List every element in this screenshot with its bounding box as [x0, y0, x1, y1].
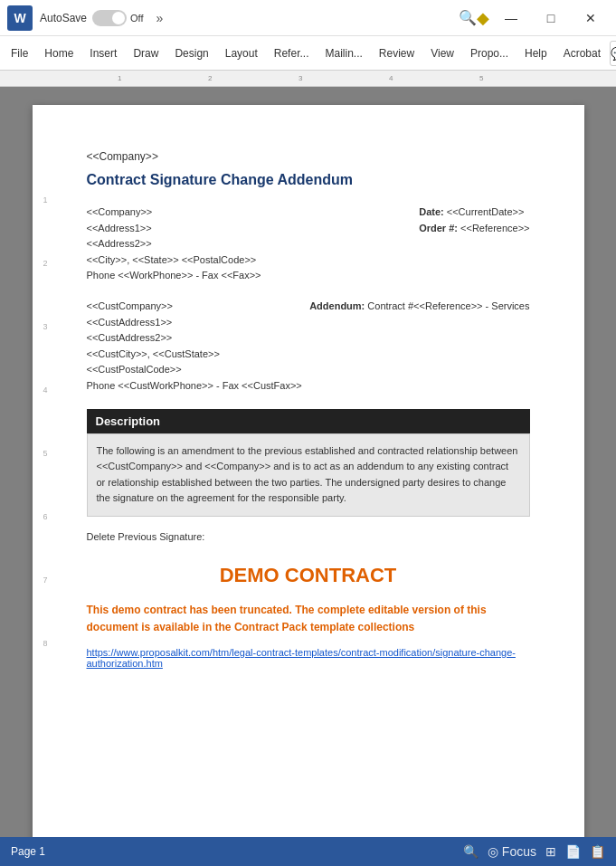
margin-num: 3 [43, 322, 45, 331]
addr-phone-fax: Phone <<WorkPhone>> - Fax <<Fax>> [87, 268, 261, 284]
margin-num: 4 [43, 385, 45, 395]
cust-company: <<CustCompany>> [87, 299, 302, 315]
status-icons: 🔍 ◎ Focus ⊞ 📄 📋 [463, 844, 605, 859]
delete-signature-label: Delete Previous Signature: [87, 531, 530, 542]
autosave-toggle[interactable] [92, 10, 127, 26]
view-icon[interactable]: 📋 [590, 844, 605, 859]
order-info: Date: <<CurrentDate>> Order #: <<Referen… [419, 205, 529, 284]
focus-icon[interactable]: ◎ Focus [488, 844, 536, 859]
tab-home[interactable]: Home [37, 43, 81, 63]
read-icon[interactable]: 📄 [565, 844, 581, 859]
document-title: Contract Signature Change Addendum [87, 172, 530, 188]
ruler-mark: 1 [118, 74, 121, 82]
ruler-mark: 3 [299, 74, 302, 82]
customer-section: <<CustCompany>> <<CustAddress1>> <<CustA… [87, 299, 530, 395]
addendum-info: Addendum: Contract #<<Reference>> - Serv… [309, 299, 529, 395]
date-line: Date: <<CurrentDate>> [419, 205, 529, 221]
description-header: Description [87, 409, 530, 433]
autosave-state: Off [130, 13, 143, 24]
word-logo: W [7, 5, 33, 31]
demo-link[interactable]: https://www.proposalkit.com/htm/legal-co… [87, 647, 530, 669]
window-controls: — □ ✕ [493, 5, 609, 31]
order-line: Order #: <<Reference>> [419, 221, 529, 237]
tab-file[interactable]: File [4, 43, 35, 63]
tab-references[interactable]: Refer... [267, 43, 317, 63]
addr-company: <<Company>> [87, 205, 261, 221]
ruler-mark: 2 [208, 74, 212, 82]
addr-address1: <<Address1>> [87, 221, 261, 237]
expand-button[interactable]: » [156, 11, 164, 25]
margin-num: 6 [43, 512, 45, 521]
cust-postal: <<CustPostalCode>> [87, 362, 302, 378]
order-label: Order #: [419, 223, 458, 233]
addr-address2: <<Address2>> [87, 236, 261, 252]
margin-num: 5 [43, 449, 45, 458]
title-bar: W AutoSave Off » 🔍 ◆ — □ ✕ [0, 0, 616, 36]
addendum-label: Addendum: [309, 300, 365, 311]
tab-draw[interactable]: Draw [126, 43, 166, 63]
customer-address: <<CustCompany>> <<CustAddress1>> <<CustA… [87, 299, 302, 395]
addendum-value: Contract #<<Reference>> - Services [367, 300, 529, 311]
ribbon: File Home Insert Draw Design Layout Refe… [0, 36, 616, 71]
sender-address: <<Company>> <<Address1>> <<Address2>> <<… [87, 205, 261, 284]
close-button[interactable]: ✕ [573, 5, 609, 31]
proofing-icon[interactable]: 🔍 [463, 844, 479, 859]
demo-notice: This demo contract has been truncated. T… [87, 602, 530, 636]
minimize-button[interactable]: — [493, 5, 529, 31]
cust-phone-fax: Phone <<CustWorkPhone>> - Fax <<CustFax>… [87, 378, 302, 395]
tab-view[interactable]: View [423, 43, 461, 63]
layout-icon[interactable]: ⊞ [545, 844, 556, 859]
description-box: Description The following is an amendmen… [87, 409, 530, 517]
tab-review[interactable]: Review [372, 43, 422, 63]
tab-insert[interactable]: Insert [82, 43, 124, 63]
page-indicator: Page 1 [11, 845, 45, 858]
demo-contract-title: DEMO CONTRACT [87, 564, 530, 587]
date-value: <<CurrentDate>> [447, 206, 525, 217]
status-bar: Page 1 🔍 ◎ Focus ⊞ 📄 📋 [0, 837, 616, 866]
ruler-content: 1 2 3 4 5 [0, 71, 616, 86]
addr-city-state: <<City>>, <<State>> <<PostalCode>> [87, 252, 261, 269]
diamond-icon[interactable]: ◆ [477, 8, 489, 28]
document: 1 2 3 4 5 6 7 8 <<Company>> Contract Sig… [33, 105, 584, 837]
ruler: 1 2 3 4 5 [0, 71, 616, 87]
tab-layout[interactable]: Layout [218, 43, 265, 63]
ruler-mark: 5 [479, 74, 483, 82]
tab-help[interactable]: Help [517, 43, 554, 63]
tab-mailings[interactable]: Mailin... [317, 43, 369, 63]
comment-button[interactable]: 💬 [610, 41, 616, 66]
autosave-label: AutoSave [40, 12, 87, 24]
company-tag: <<Company>> [87, 150, 530, 163]
cust-address1: <<CustAddress1>> [87, 315, 302, 331]
margin-num: 2 [43, 259, 45, 268]
date-label: Date: [419, 206, 444, 217]
tab-acrobat[interactable]: Acrobat [556, 43, 608, 63]
tab-design[interactable]: Design [167, 43, 215, 63]
search-icon[interactable]: 🔍 [459, 9, 477, 26]
addendum-line: Addendum: Contract #<<Reference>> - Serv… [309, 299, 529, 315]
cust-address2: <<CustAddress2>> [87, 330, 302, 347]
description-body: The following is an amendment to the pre… [87, 433, 530, 517]
main-area: 1 2 3 4 5 6 7 8 <<Company>> Contract Sig… [0, 87, 616, 837]
ruler-mark: 4 [389, 74, 393, 82]
maximize-button[interactable]: □ [533, 5, 569, 31]
margin-indicators: 1 2 3 4 5 6 7 8 [43, 105, 45, 837]
margin-num: 8 [43, 639, 45, 648]
margin-num: 7 [43, 576, 45, 585]
tab-propose[interactable]: Propo... [463, 43, 516, 63]
margin-num: 1 [43, 195, 45, 205]
order-value: <<Reference>> [460, 223, 529, 233]
cust-city-state: <<CustCity>>, <<CustState>> [87, 347, 302, 363]
address-section: <<Company>> <<Address1>> <<Address2>> <<… [87, 205, 530, 284]
